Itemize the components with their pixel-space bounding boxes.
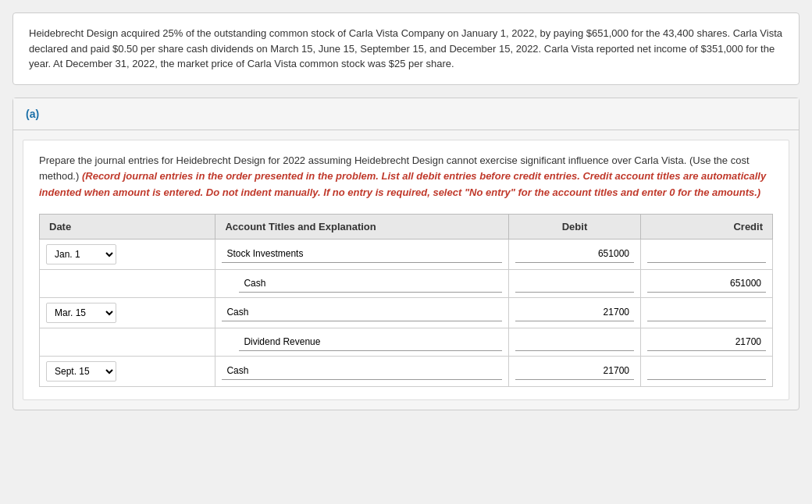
table-row: Jan. 1Mar. 15Jun. 15Sept. 15Dec. 15: [40, 239, 773, 269]
credit-input[interactable]: [647, 333, 766, 351]
debit-cell: [508, 269, 640, 297]
instructions-red: (Record journal entries in the order pre…: [39, 170, 766, 198]
debit-input[interactable]: [515, 333, 634, 351]
date-select[interactable]: Jan. 1Mar. 15Jun. 15Sept. 15Dec. 15: [46, 303, 116, 323]
account-input[interactable]: [222, 362, 502, 380]
date-cell: Jan. 1Mar. 15Jun. 15Sept. 15Dec. 15: [40, 239, 215, 269]
date-cell: [40, 328, 215, 356]
debit-cell: [508, 356, 640, 386]
credit-input[interactable]: [647, 275, 766, 293]
account-input[interactable]: [222, 245, 502, 263]
credit-input[interactable]: [647, 303, 766, 321]
header-date: Date: [40, 214, 215, 239]
instructions: Prepare the journal entries for Heidebre…: [39, 153, 773, 201]
table-row: Jan. 1Mar. 15Jun. 15Sept. 15Dec. 15: [40, 356, 773, 386]
debit-input[interactable]: [515, 275, 634, 293]
credit-input[interactable]: [647, 362, 766, 380]
account-cell: [215, 356, 509, 386]
date-select[interactable]: Jan. 1Mar. 15Jun. 15Sept. 15Dec. 15: [46, 244, 116, 264]
section-a: (a) Prepare the journal entries for Heid…: [12, 98, 800, 410]
debit-cell: [508, 297, 640, 328]
date-cell: Jan. 1Mar. 15Jun. 15Sept. 15Dec. 15: [40, 356, 215, 386]
debit-input[interactable]: [515, 245, 634, 263]
header-account: Account Titles and Explanation: [215, 214, 509, 239]
table-row: [40, 328, 773, 356]
debit-input[interactable]: [515, 362, 634, 380]
table-row: Jan. 1Mar. 15Jun. 15Sept. 15Dec. 15: [40, 297, 773, 328]
debit-input[interactable]: [515, 303, 634, 321]
credit-cell: [640, 328, 772, 356]
header-debit: Debit: [508, 214, 640, 239]
account-cell: [215, 239, 509, 269]
debit-cell: [508, 239, 640, 269]
debit-cell: [508, 328, 640, 356]
date-cell: [40, 269, 215, 297]
journal-table: Date Account Titles and Explanation Debi…: [39, 214, 773, 387]
account-cell: [215, 269, 509, 297]
credit-cell: [640, 356, 772, 386]
account-cell: [215, 297, 509, 328]
problem-statement: Heidebrecht Design acquired 25% of the o…: [12, 12, 800, 85]
account-input[interactable]: [222, 303, 502, 321]
account-cell: [215, 328, 509, 356]
problem-text: Heidebrecht Design acquired 25% of the o…: [29, 27, 782, 69]
date-select[interactable]: Jan. 1Mar. 15Jun. 15Sept. 15Dec. 15: [46, 361, 116, 382]
credit-input[interactable]: [647, 245, 766, 263]
section-a-header: (a): [13, 98, 799, 130]
header-credit: Credit: [640, 214, 772, 239]
date-cell: Jan. 1Mar. 15Jun. 15Sept. 15Dec. 15: [40, 297, 215, 328]
section-a-content: Prepare the journal entries for Heidebre…: [23, 140, 789, 400]
table-row: [40, 269, 773, 297]
account-input[interactable]: [239, 275, 502, 293]
credit-cell: [640, 239, 772, 269]
account-input[interactable]: [239, 333, 502, 351]
credit-cell: [640, 269, 772, 297]
section-a-label: (a): [26, 108, 39, 120]
credit-cell: [640, 297, 772, 328]
